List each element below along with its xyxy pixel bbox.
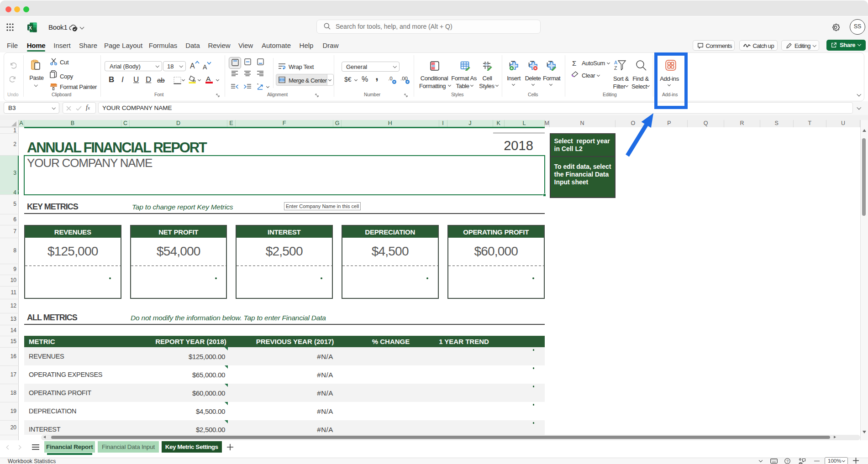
svg-text:?: ? bbox=[786, 459, 789, 464]
svg-text:A: A bbox=[614, 60, 617, 65]
svg-text:Z: Z bbox=[614, 65, 617, 71]
